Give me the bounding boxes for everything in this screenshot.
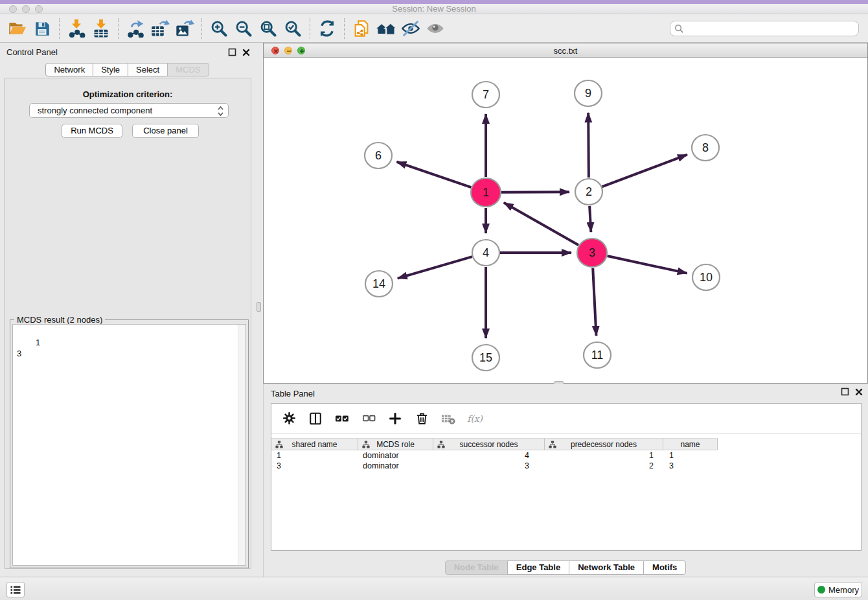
memory-button[interactable]: Memory	[814, 582, 862, 597]
column-header-mcds-role[interactable]: MCDS role	[358, 438, 433, 450]
float-panel-icon[interactable]	[228, 48, 236, 56]
graph-node-2[interactable]: 2	[575, 179, 602, 205]
float-table-panel-icon[interactable]	[841, 387, 849, 396]
clone-network-icon[interactable]	[349, 17, 374, 40]
task-history-button[interactable]	[6, 582, 25, 597]
export-table-icon[interactable]	[148, 17, 172, 40]
cell-predecessor-nodes[interactable]: 1	[545, 451, 663, 461]
save-session-icon[interactable]	[30, 17, 54, 40]
vertical-splitter-handle[interactable]	[257, 302, 261, 312]
table-row[interactable]: 1dominator411	[271, 451, 861, 461]
table-panel-tabs: Node TableEdge TableNetwork TableMotifs	[264, 560, 868, 575]
result-scrollbar[interactable]	[238, 325, 246, 565]
graph-edge-2-3[interactable]	[589, 206, 591, 232]
close-table-panel-icon[interactable]	[855, 388, 863, 396]
column-header-name[interactable]: name	[663, 438, 718, 450]
function-builder-icon[interactable]: f(x)	[466, 410, 483, 427]
control-panel: Control Panel NetworkStyleSelectMCDS Opt…	[0, 43, 255, 577]
zoom-out-icon[interactable]	[231, 17, 256, 40]
show-all-icon[interactable]	[423, 17, 448, 40]
graph-node-3[interactable]: 3	[577, 238, 607, 267]
show-columns-icon[interactable]	[307, 410, 324, 427]
mcds-result-text[interactable]: 1 3	[12, 324, 246, 566]
export-image-icon[interactable]	[172, 17, 197, 40]
mcds-panel: Optimization criterion: strongly connect…	[4, 78, 251, 569]
cell-name[interactable]: 1	[663, 451, 718, 461]
import-network-icon[interactable]	[64, 17, 89, 40]
graph-node-8[interactable]: 8	[692, 135, 719, 161]
search-input[interactable]	[670, 21, 859, 36]
export-network-icon[interactable]	[123, 17, 148, 40]
column-label: name	[680, 440, 700, 449]
cell-shared-name[interactable]: 3	[271, 461, 358, 472]
cell-mcds-role[interactable]: dominator	[358, 451, 433, 461]
tab-network[interactable]: Network	[45, 63, 93, 76]
select-all-columns-icon[interactable]	[334, 410, 350, 427]
open-session-icon[interactable]	[5, 17, 30, 40]
cell-successor-nodes[interactable]: 3	[433, 461, 545, 472]
tab-node-table[interactable]: Node Table	[445, 560, 508, 575]
column-header-predecessor-nodes[interactable]: predecessor nodes	[545, 438, 663, 450]
zoom-in-icon[interactable]	[207, 17, 231, 40]
graph-node-6[interactable]: 6	[365, 143, 392, 168]
hide-selected-icon[interactable]	[398, 17, 423, 40]
column-header-successor-nodes[interactable]: successor nodes	[433, 438, 545, 450]
import-table-icon[interactable]	[89, 17, 113, 40]
graph-node-1[interactable]: 1	[471, 178, 501, 207]
search-box	[670, 21, 859, 36]
memory-status-icon	[817, 586, 825, 594]
tab-select[interactable]: Select	[128, 63, 168, 76]
zoom-fit-icon[interactable]	[256, 17, 280, 40]
column-label: shared name	[291, 440, 337, 449]
graph-edge-2-8[interactable]	[602, 155, 687, 187]
graph-edge-1-2[interactable]	[501, 192, 569, 192]
cell-shared-name[interactable]: 1	[271, 451, 358, 461]
close-panel-button[interactable]: Close panel	[132, 124, 199, 138]
unselect-all-columns-icon[interactable]	[360, 410, 377, 427]
zoom-selected-icon[interactable]	[280, 17, 305, 40]
graph-edge-3-1[interactable]	[504, 203, 578, 245]
cell-mcds-role[interactable]: dominator	[358, 461, 433, 472]
cell-name[interactable]: 3	[663, 461, 718, 472]
optimization-criterion-select[interactable]: strongly connected component	[29, 103, 229, 118]
svg-text:3: 3	[589, 246, 595, 259]
graph-node-15[interactable]: 15	[472, 345, 499, 371]
svg-text:2: 2	[586, 185, 592, 198]
refresh-network-icon[interactable]	[315, 17, 339, 40]
delete-columns-icon[interactable]	[413, 410, 430, 427]
network-window-titlebar[interactable]: scc.txt	[264, 43, 867, 58]
graph-node-14[interactable]: 14	[365, 271, 393, 297]
graph-node-7[interactable]: 7	[472, 82, 499, 108]
home-icon[interactable]	[374, 17, 398, 40]
graph-edge-3-10[interactable]	[607, 256, 687, 273]
create-column-icon[interactable]	[387, 410, 404, 427]
cell-predecessor-nodes[interactable]: 2	[545, 461, 663, 472]
node-table-container: f(x) shared nameMCDS rolesuccessor nodes…	[271, 403, 862, 551]
graph-node-4[interactable]: 4	[472, 240, 499, 266]
graph-edge-4-14[interactable]	[398, 257, 472, 278]
tab-style[interactable]: Style	[93, 63, 128, 76]
graph-edge-2-9[interactable]	[588, 113, 589, 178]
svg-text:f(x): f(x)	[467, 413, 483, 423]
svg-text:11: 11	[591, 349, 604, 362]
app-titlebar: Session: New Session	[0, 0, 868, 14]
tab-mcds[interactable]: MCDS	[167, 63, 209, 76]
graph-node-11[interactable]: 11	[584, 342, 611, 368]
control-panel-title: Control Panel	[6, 47, 58, 57]
tab-network-table[interactable]: Network Table	[569, 560, 644, 575]
graph-node-9[interactable]: 9	[575, 80, 602, 106]
graph-edge-1-6[interactable]	[396, 162, 471, 187]
network-canvas[interactable]: 7968124314101511	[264, 58, 867, 383]
table-settings-icon[interactable]	[280, 410, 297, 427]
table-row[interactable]: 3dominator323	[271, 461, 861, 472]
delete-table-icon[interactable]	[440, 410, 457, 427]
tab-motifs[interactable]: Motifs	[643, 560, 686, 575]
column-header-shared-name[interactable]: shared name	[271, 438, 358, 450]
svg-text:9: 9	[585, 87, 591, 100]
tab-edge-table[interactable]: Edge Table	[507, 560, 569, 575]
close-panel-icon[interactable]	[242, 49, 250, 56]
graph-node-10[interactable]: 10	[692, 264, 720, 290]
run-mcds-button[interactable]: Run MCDS	[62, 124, 122, 138]
graph-edge-3-11[interactable]	[593, 268, 596, 336]
cell-successor-nodes[interactable]: 4	[433, 451, 545, 461]
